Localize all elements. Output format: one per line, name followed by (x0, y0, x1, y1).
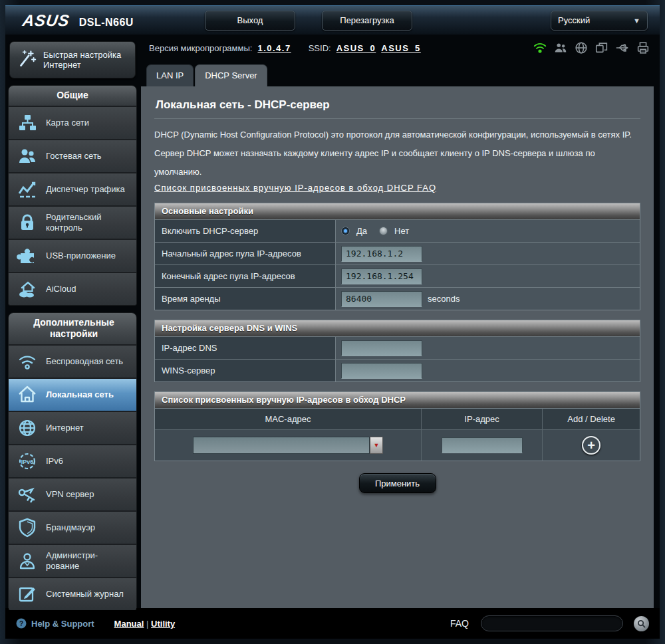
sidebar-item-label: Диспетчер трафика (46, 184, 131, 195)
sidebar-item-local-network[interactable]: Локальная сеть (9, 377, 136, 411)
sidebar-item-label: VPN сервер (46, 489, 131, 500)
sidebar-item-vpn-server[interactable]: VPN сервер (9, 477, 136, 510)
manual-assignment-header: Список присвоенных вручную IP-адресов в … (155, 392, 640, 408)
pool-end-input[interactable] (341, 268, 422, 284)
footer-links: Manual | Utility (114, 619, 176, 629)
enable-dhcp-label: Включить DHCP-сервер (155, 220, 336, 242)
traffic-chart-icon (15, 179, 39, 200)
printer-status-icon[interactable] (636, 41, 650, 55)
manual-assignment-faq-link[interactable]: Список присвоенных вручную IP-адресов в … (154, 183, 436, 193)
lan-ports-status-icon[interactable] (595, 41, 609, 55)
question-circle-icon: ? (16, 618, 27, 629)
globe-icon (15, 417, 39, 439)
dns-wins-section: Настройка сервера DNS и WINS IP-адрес DN… (154, 320, 640, 382)
lease-time-input[interactable] (341, 291, 422, 307)
ssid-label: SSID: (309, 43, 331, 53)
reboot-button[interactable]: Перезагрузка (322, 11, 412, 31)
pool-start-row: Начальный адрес пула IP-адресов (155, 242, 640, 265)
sidebar-item-wireless[interactable]: Беспроводная сеть (9, 344, 136, 377)
lease-unit-label: seconds (428, 294, 460, 304)
clients-status-icon[interactable] (553, 41, 568, 55)
ssid-link-1[interactable]: ASUS_0 (336, 43, 376, 53)
usb-status-icon[interactable] (615, 41, 630, 55)
sidebar-item-traffic-manager[interactable]: Диспетчер трафика (9, 172, 136, 205)
footer: ? Help & Support Manual | Utility FAQ (5, 608, 660, 639)
page-title: Локальная сеть - DHCP-сервер (154, 96, 640, 118)
sidebar-item-quick-setup[interactable]: Быстрая настройка Интернет (9, 41, 136, 78)
sidebar: Быстрая настройка Интернет Общие Карта с… (5, 35, 141, 608)
lease-time-row: Время аренды seconds (155, 287, 640, 310)
page-frame: ASUS DSL-N66U Выход Перезагрузка Русский… (0, 0, 665, 644)
manual-table-header: MAC-адрес IP-адрес Add / Delete (155, 408, 640, 429)
mac-input[interactable] (193, 437, 370, 454)
pool-start-input[interactable] (341, 246, 422, 262)
page-description: DHCP (Dynamic Host Configuration Protoco… (154, 126, 640, 181)
ssid-link-2[interactable]: ASUS_5 (381, 43, 421, 53)
chevron-down-icon: ▼ (633, 17, 640, 25)
dhcp-yes-radio[interactable] (341, 227, 350, 235)
logout-button[interactable]: Выход (205, 11, 295, 31)
sidebar-item-label: Администри- рование (46, 550, 124, 571)
lease-time-label: Время аренды (155, 288, 336, 310)
dhcp-yes-label: Да (356, 226, 367, 236)
mac-dropdown-button[interactable]: ▼ (370, 437, 383, 454)
sidebar-item-label: Интернет (46, 423, 131, 433)
sidebar-item-parental-control[interactable]: Родительский контроль (9, 205, 136, 239)
dhcp-no-radio[interactable] (379, 227, 388, 235)
sidebar-item-label: Быстрая настройка Интернет (43, 50, 122, 70)
faq-search-box (481, 615, 623, 631)
sidebar-item-usb-application[interactable]: USB-приложение (9, 239, 136, 272)
enable-dhcp-row: Включить DHCP-сервер Да Нет (155, 219, 640, 242)
sidebar-group-advanced-header: Дополнительные настройки (9, 313, 137, 344)
asus-logo: ASUS (21, 11, 71, 30)
firmware-version-link[interactable]: 1.0.4.7 (257, 43, 291, 53)
sidebar-item-guest-network[interactable]: Гостевая сеть (9, 139, 136, 172)
wins-row: WINS-сервер (155, 359, 640, 381)
internet-status-icon[interactable] (574, 41, 589, 55)
help-support-link[interactable]: ? Help & Support (16, 618, 94, 629)
sidebar-item-internet[interactable]: Интернет (9, 411, 136, 444)
sidebar-item-network-map[interactable]: Карта сети (9, 106, 136, 139)
pool-end-label: Конечный адрес пула IP-адресов (155, 265, 336, 287)
sidebar-item-label: Брандмауэр (46, 522, 131, 533)
sidebar-item-label: Системный журнал (46, 589, 131, 599)
dns-label: IP-адрес DNS (155, 337, 336, 359)
status-icons (533, 41, 650, 55)
sidebar-group-advanced: Дополнительные настройки Беспроводная се… (8, 312, 137, 611)
tab-lan-ip[interactable]: LAN IP (146, 64, 194, 86)
app-window: ASUS DSL-N66U Выход Перезагрузка Русский… (5, 5, 660, 639)
sidebar-item-label: AiCloud (46, 284, 131, 294)
add-entry-button[interactable]: + (582, 436, 600, 455)
language-select[interactable]: Русский ▼ (551, 11, 648, 31)
dropdown-arrow-icon: ▼ (374, 442, 380, 449)
faq-search-input[interactable] (488, 619, 616, 628)
apply-button[interactable]: Применить (359, 473, 436, 493)
faq-search-button[interactable] (634, 616, 649, 631)
ipv6-icon: IPv6 (15, 451, 39, 472)
sidebar-item-system-log[interactable]: Системный журнал (9, 577, 136, 610)
sidebar-group-general: Общие Карта сети Гостевая сеть (8, 85, 137, 306)
sidebar-item-aicloud[interactable]: AiCloud (9, 272, 136, 305)
dns-input[interactable] (341, 340, 422, 356)
tab-dhcp-server[interactable]: DHCP Server (195, 64, 267, 86)
dns-row: IP-адрес DNS (155, 336, 640, 359)
content-panel: Локальная сеть - DHCP-сервер DHCP (Dynam… (141, 86, 654, 608)
basic-settings-section: Основные настройки Включить DHCP-сервер … (154, 203, 640, 310)
sidebar-item-ipv6[interactable]: IPv6 IPv6 (9, 444, 136, 477)
links-separator: | (146, 619, 148, 629)
svg-text:?: ? (19, 620, 23, 627)
manual-link[interactable]: Manual (114, 619, 144, 629)
manual-ip-input[interactable] (442, 437, 523, 453)
sidebar-item-firewall[interactable]: Брандмауэр (9, 510, 136, 544)
pool-end-row: Конечный адрес пула IP-адресов (155, 265, 640, 287)
wins-input[interactable] (341, 363, 422, 379)
sidebar-item-administration[interactable]: Администри- рование (9, 544, 136, 577)
wifi-status-icon[interactable] (533, 41, 547, 55)
manual-entry-row: ▼ + (155, 429, 640, 461)
utility-link[interactable]: Utility (151, 619, 175, 629)
help-support-label: Help & Support (31, 619, 94, 629)
home-icon (15, 384, 39, 405)
sidebar-group-general-header: Общие (9, 86, 136, 106)
language-value: Русский (558, 15, 590, 25)
status-bar: Версия микропрограммы: 1.0.4.7 SSID: ASU… (141, 35, 660, 61)
